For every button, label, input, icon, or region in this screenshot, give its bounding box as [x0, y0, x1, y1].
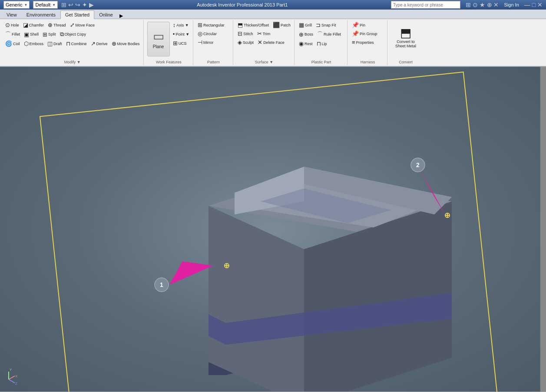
fillet-icon: ⌒ — [5, 30, 11, 38]
titlebar-action-icons: ⊞ ⊙ ★ ⊕ ✕ — [466, 1, 499, 8]
lip-button[interactable]: ⊓ Lip — [315, 40, 329, 48]
thicken-offset-button[interactable]: ⬒ Thicken/Offset — [236, 21, 271, 29]
plastic-row1: ▦ Grill ⊐ Snap Fit — [297, 21, 345, 29]
draft-icon: ◫ — [47, 40, 53, 47]
emboss-label: Emboss — [30, 42, 44, 46]
default-dropdown-arrow: ▼ — [52, 3, 56, 7]
point-label: Point ▼ — [175, 32, 189, 36]
annotation-text-1: 1 — [160, 281, 163, 288]
plastic-part-group: ▦ Grill ⊐ Snap Fit ⊕ Boss ⌒ Rule Fillet — [295, 20, 347, 65]
thicken-offset-label: Thicken/Offset — [244, 23, 269, 27]
draft-button[interactable]: ◫ Draft — [46, 40, 64, 48]
trim-button[interactable]: ✂ Trim — [255, 30, 272, 38]
point-button[interactable]: • Point ▼ — [171, 30, 191, 38]
thread-button[interactable]: ⊕ Thread — [46, 21, 68, 29]
tab-extra[interactable]: ▶ — [119, 13, 123, 19]
rectangular-button[interactable]: ⊞ Rectangular — [196, 21, 231, 29]
chamfer-button[interactable]: ◪ Chamfer — [21, 21, 46, 29]
mirror-button[interactable]: ⊣ Mirror — [196, 38, 231, 46]
thread-label: Thread — [53, 23, 66, 27]
generic-dropdown[interactable]: Generic ▼ — [3, 1, 30, 9]
viewport: 1 2 3 X Y Z — [0, 67, 546, 392]
fillet-button[interactable]: ⌒ Fillet — [3, 30, 22, 39]
circular-label: Circular — [203, 32, 217, 36]
pin-group-button[interactable]: 📌 Pin Group — [350, 30, 385, 38]
default-dropdown[interactable]: Default ▼ — [33, 1, 58, 9]
plane-button[interactable]: ▭ Plane — [147, 22, 170, 56]
ribbon-toolbar: ⊙ Hole ◪ Chamfer ⊕ Thread ⤢ Move Face — [0, 19, 546, 67]
tab-environments[interactable]: Environments — [22, 10, 60, 19]
sculpt-icon: ◈ — [238, 39, 242, 46]
stitch-icon: ⊟ — [238, 30, 242, 37]
tab-view[interactable]: View — [2, 10, 22, 19]
sculpt-button[interactable]: ◈ Sculpt — [236, 38, 255, 46]
ucs-label: UCS — [179, 41, 187, 46]
search-input[interactable] — [391, 1, 460, 9]
split-icon: ⊞ — [43, 31, 47, 38]
move-face-button[interactable]: ⤢ Move Face — [68, 21, 97, 29]
titlebar-right: ⊞ ⊙ ★ ⊕ ✕ Sign In — □ ✕ — [391, 1, 543, 9]
hole-icon: ⊙ — [5, 22, 10, 28]
snap-fit-button[interactable]: ⊐ Snap Fit — [314, 21, 338, 29]
grill-button[interactable]: ▦ Grill — [297, 21, 314, 29]
combine-button[interactable]: ⊓ Combine — [64, 40, 89, 48]
rectangular-label: Rectangular — [203, 23, 225, 27]
split-button[interactable]: ⊞ Split — [41, 30, 58, 39]
move-face-label: Move Face — [76, 23, 95, 27]
tab-get-started[interactable]: Get Started — [60, 10, 94, 19]
surface-row2: ⊟ Stitch ✂ Trim — [236, 30, 292, 38]
generic-dropdown-arrow: ▼ — [24, 3, 28, 7]
coil-button[interactable]: 🌀 Coil — [3, 40, 22, 48]
emboss-button[interactable]: ⬡ Emboss — [22, 40, 46, 48]
generic-label: Generic — [6, 2, 23, 7]
copy-object-label: Object Copy — [65, 32, 86, 36]
shell-button[interactable]: ▣ Shell — [22, 30, 40, 39]
mirror-label: Mirror — [203, 40, 214, 45]
circular-button[interactable]: ◎ Circular — [196, 30, 231, 38]
tab-online[interactable]: Online — [94, 10, 118, 19]
svg-line-0 — [9, 376, 15, 379]
plane-label: Plane — [153, 44, 164, 49]
coil-label: Coil — [13, 42, 20, 46]
grill-icon: ▦ — [299, 22, 304, 28]
sign-in-button[interactable]: Sign In — [504, 2, 519, 7]
rule-fillet-label: Rule Fillet — [324, 32, 341, 36]
rest-label: Rest — [304, 42, 313, 46]
hole-button[interactable]: ⊙ Hole — [3, 21, 21, 29]
harness-content: 📌 Pin 📌 Pin Group ≡ Properties — [350, 21, 385, 60]
coord-axes: X Y Z — [9, 368, 18, 385]
svg-line-2 — [9, 379, 15, 383]
ucs-button[interactable]: ⊞ UCS — [171, 39, 191, 47]
circular-icon: ◎ — [198, 30, 202, 37]
patch-button[interactable]: ⬛ Patch — [271, 21, 292, 29]
properties-button[interactable]: ≡ Properties — [350, 38, 385, 46]
convert-group: ⬒ Convert toSheet Metal Convert — [388, 20, 423, 65]
mirror-icon: ⊣ — [198, 39, 202, 46]
delete-face-button[interactable]: ✕ Delete Face — [256, 38, 286, 46]
surface-group: ⬒ Thicken/Offset ⬛ Patch ⊟ Stitch ✂ Trim — [234, 20, 295, 65]
stitch-button[interactable]: ⊟ Stitch — [236, 30, 255, 38]
boss-button[interactable]: ⊕ Boss — [297, 30, 315, 39]
fillet-label: Fillet — [12, 32, 20, 36]
pin-group-icon: 📌 — [352, 30, 359, 37]
derive-button[interactable]: ↗ Derive — [89, 40, 109, 48]
convert-icon: ⬒ — [400, 27, 411, 39]
axis-button[interactable]: ↕ Axis ▼ — [171, 21, 191, 29]
rest-button[interactable]: ◉ Rest — [297, 40, 314, 48]
pattern-group: ⊞ Rectangular ◎ Circular ⊣ Mirror Patter… — [194, 20, 233, 65]
pin-button[interactable]: 📌 Pin — [350, 21, 385, 29]
thread-icon: ⊕ — [48, 22, 53, 28]
move-bodies-label: Move Bodies — [117, 42, 140, 46]
stitch-label: Stitch — [243, 32, 253, 36]
axis-label: Axis ▼ — [176, 23, 189, 27]
titlebar-center: Autodesk Inventor Professional 2013 Part… — [94, 2, 391, 7]
convert-to-sheet-metal-button[interactable]: ⬒ Convert toSheet Metal — [390, 22, 421, 53]
boss-label: Boss — [304, 32, 313, 36]
chamfer-label: Chamfer — [29, 23, 44, 27]
move-bodies-button[interactable]: ⊕ Move Bodies — [110, 40, 142, 48]
copy-object-button[interactable]: ⧉ Object Copy — [58, 30, 88, 39]
app-title: Autodesk Inventor Professional 2013 Part… — [197, 2, 288, 7]
rule-fillet-button[interactable]: ⌒ Rule Fillet — [315, 30, 343, 39]
work-features-group: ▭ Plane ↕ Axis ▼ • Point ▼ ⊞ UCS Work Fe… — [145, 20, 193, 65]
modify-label: Modify ▼ — [2, 60, 143, 64]
